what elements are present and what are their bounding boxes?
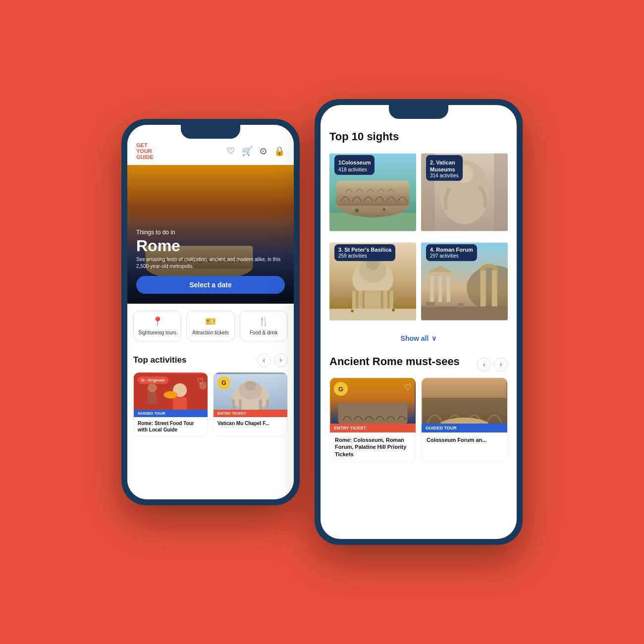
must-sees-card-guided[interactable]: GUIDED TOUR Colosseum Forum an... [421, 377, 508, 462]
show-all-button[interactable]: Show all ∨ [329, 328, 508, 348]
right-phone: Top 10 sights [315, 99, 523, 545]
svg-rect-47 [447, 274, 450, 302]
left-phone: GET YOUR GUIDE ♡ 🛒 ⊙ 🔒 [121, 119, 300, 505]
must-entry-badge: ENTRY TICKET [330, 424, 416, 432]
activity-card-vatican[interactable]: G ENTRY TICKET Vatican Mu Chapel F... [213, 372, 288, 436]
activity-title-2: Vatican Mu Chapel F... [217, 420, 283, 427]
must-sees-card-colosseum[interactable]: G ♡ ENTRY TICKET Rome: Colosseum, Roman … [329, 377, 416, 462]
must-sees-next-button[interactable]: › [494, 358, 508, 372]
guided-tour-badge: GUIDED TOUR [134, 410, 208, 417]
notch-right [389, 105, 448, 119]
app-logo: GET YOUR GUIDE [136, 142, 154, 160]
activity-title: Rome: Street Food Tour with Local Guide [138, 420, 204, 433]
svg-rect-53 [426, 302, 434, 307]
attraction-category[interactable]: 🎫 Attraction tickets [186, 311, 234, 341]
top-activities-section: Top activities ‹ › [127, 348, 294, 499]
chevron-down-icon: ∨ [431, 334, 436, 342]
wishlist-icon[interactable]: ♡ [227, 146, 235, 157]
must-guided-badge: GUIDED TOUR [422, 424, 507, 432]
sight-colosseum[interactable]: 1Colosseum 418 activities [329, 150, 416, 234]
top-activities-title: Top activities [133, 355, 186, 365]
activities-prev-button[interactable]: ‹ [257, 353, 271, 367]
svg-point-21 [355, 209, 359, 212]
svg-rect-20 [336, 181, 409, 206]
hero-banner: Things to do in Rome See amazing feats o… [127, 165, 294, 304]
notch-left [181, 125, 240, 139]
svg-rect-37 [362, 290, 365, 309]
wishlist-card-icon[interactable]: ♡ [197, 376, 204, 386]
cart-icon[interactable]: 🛒 [242, 146, 253, 157]
entry-ticket-badge: ENTRY TICKET [214, 410, 287, 417]
svg-point-22 [383, 208, 386, 211]
vatican-badge: 2. Vatican Museums 314 activities [426, 155, 463, 181]
svg-rect-38 [381, 290, 383, 309]
svg-rect-50 [481, 270, 486, 307]
ticket-icon: 🎫 [205, 316, 216, 327]
top-sights-section: Top 10 sights [321, 122, 517, 348]
svg-rect-51 [492, 270, 497, 307]
activity-card-food[interactable]: G·· Originals ♡ GUIDED TOUR Rome: Street… [133, 372, 208, 436]
svg-rect-36 [356, 290, 358, 309]
sight-basilica[interactable]: 3. St Peter's Basilica 259 activities [329, 239, 416, 323]
account-icon[interactable]: 🔒 [274, 146, 285, 157]
svg-rect-54 [458, 303, 465, 307]
svg-rect-26 [453, 183, 476, 211]
must-g-badge: G [334, 382, 348, 396]
top-sights-title: Top 10 sights [329, 130, 508, 143]
sight-vatican[interactable]: 2. Vatican Museums 314 activities [421, 150, 508, 234]
activity-cards-list: G·· Originals ♡ GUIDED TOUR Rome: Street… [133, 372, 288, 436]
must-sees-prev-button[interactable]: ‹ [477, 358, 491, 372]
svg-rect-39 [387, 290, 390, 309]
svg-rect-40 [329, 309, 416, 320]
help-icon[interactable]: ⊙ [260, 146, 267, 157]
sights-grid: 1Colosseum 418 activities [329, 150, 508, 323]
svg-rect-48 [428, 272, 453, 276]
must-sees-cards-list: G ♡ ENTRY TICKET Rome: Colosseum, Roman … [329, 377, 508, 462]
must-sees-section: Ancient Rome must-sees ‹ › [321, 348, 517, 539]
svg-rect-46 [438, 274, 442, 302]
fork-icon: 🍴 [258, 316, 269, 327]
must-sees-title: Ancient Rome must-sees [329, 355, 460, 368]
svg-point-41 [351, 310, 354, 313]
select-date-button[interactable]: Select a date [136, 276, 285, 294]
must-wishlist-icon[interactable]: ♡ [404, 382, 412, 393]
svg-rect-52 [421, 307, 508, 321]
sightseeing-category[interactable]: 📍 Sightseeing tours [133, 311, 181, 341]
food-category[interactable]: 🍴 Food & drink [240, 311, 288, 341]
originals-badge: G·· Originals [138, 376, 168, 384]
svg-point-5 [164, 391, 178, 399]
category-pills: 📍 Sightseeing tours 🎫 Attraction tickets… [127, 304, 294, 348]
svg-point-6 [148, 383, 157, 393]
colosseum-badge: 1Colosseum 418 activities [334, 155, 375, 175]
activities-next-button[interactable]: › [274, 353, 288, 367]
sightseeing-icon: 📍 [152, 316, 163, 327]
svg-rect-28 [494, 154, 508, 231]
hero-text-block: Things to do in Rome See amazing feats o… [136, 229, 285, 294]
basilica-badge: 3. St Peter's Basilica 259 activities [334, 244, 395, 261]
must-title-1: Rome: Colosseum, Roman Forum, Palatine H… [335, 436, 411, 458]
svg-rect-7 [148, 393, 157, 404]
forum-badge: 4. Roman Forum 297 activities [426, 244, 477, 261]
svg-point-12 [245, 381, 256, 390]
svg-rect-45 [430, 274, 433, 302]
svg-point-42 [392, 309, 395, 312]
must-title-2: Colosseum Forum an... [427, 436, 502, 443]
sight-forum[interactable]: 4. Roman Forum 297 activities [421, 239, 508, 323]
